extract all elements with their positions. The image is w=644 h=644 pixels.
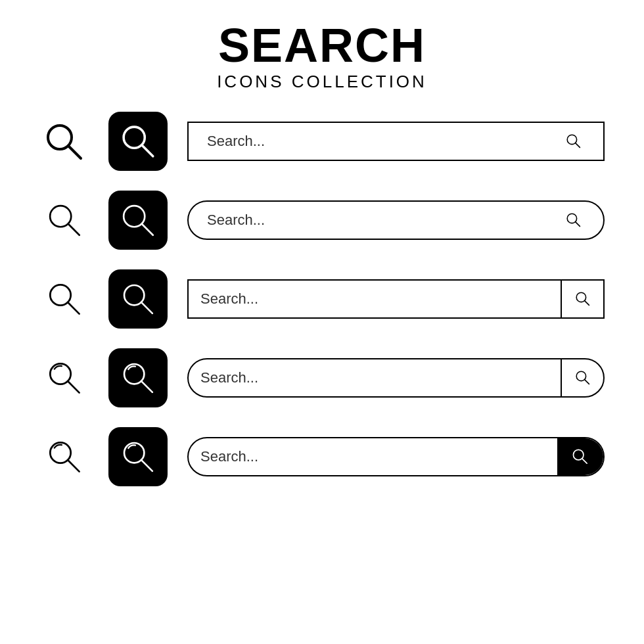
search-bar-icon-2 (565, 212, 591, 229)
search-placeholder-2: Search... (200, 212, 565, 229)
row-1: Search... (39, 112, 605, 171)
search-placeholder-4: Search... (189, 369, 561, 386)
row-5: Search... (39, 427, 605, 486)
magnify-outline-4 (39, 354, 89, 403)
svg-line-3 (142, 145, 153, 156)
svg-line-17 (584, 301, 589, 306)
magnify-filled-3 (108, 269, 168, 329)
page-subtitle: ICONS COLLECTION (217, 72, 427, 92)
svg-line-9 (142, 224, 153, 235)
svg-line-1 (68, 146, 81, 158)
svg-line-5 (576, 143, 580, 148)
search-bar-icon-1 (565, 133, 591, 150)
row-4: Search... (39, 348, 605, 407)
magnify-outline-3 (39, 275, 89, 324)
magnify-outline-2 (39, 196, 89, 245)
search-placeholder-1: Search... (200, 133, 565, 150)
search-placeholder-5: Search... (200, 448, 557, 465)
search-bar-divider-4 (561, 359, 603, 396)
search-bar-1[interactable]: Search... (187, 122, 605, 161)
icons-collection: Search... (39, 112, 605, 486)
magnify-filled-1 (108, 112, 168, 171)
svg-line-25 (68, 460, 80, 472)
search-placeholder-3: Search... (189, 290, 561, 308)
search-bar-2[interactable]: Search... (187, 200, 605, 240)
svg-line-19 (68, 381, 80, 393)
svg-line-29 (582, 459, 587, 463)
svg-line-11 (576, 222, 580, 227)
svg-line-13 (68, 302, 80, 314)
search-bar-4[interactable]: Search... (187, 358, 605, 398)
row-3: Search... (39, 269, 605, 329)
search-bar-divider-3 (561, 281, 603, 317)
search-text-section-5: Search... (189, 448, 557, 465)
magnify-filled-2 (108, 191, 168, 250)
search-black-btn-5[interactable] (557, 438, 603, 475)
page-title: SEARCH (217, 20, 427, 72)
svg-line-27 (141, 460, 152, 471)
magnify-filled-5 (108, 427, 168, 486)
svg-line-21 (141, 381, 152, 392)
svg-line-15 (141, 302, 152, 313)
svg-line-7 (68, 224, 79, 235)
search-bar-5[interactable]: Search... (187, 437, 605, 476)
search-bar-3[interactable]: Search... (187, 279, 605, 319)
magnify-outline-1 (39, 117, 89, 166)
page-header: SEARCH ICONS COLLECTION (217, 20, 427, 92)
magnify-outline-5 (39, 432, 89, 482)
row-2: Search... (39, 191, 605, 250)
svg-line-23 (584, 380, 589, 384)
magnify-filled-4 (108, 348, 168, 407)
